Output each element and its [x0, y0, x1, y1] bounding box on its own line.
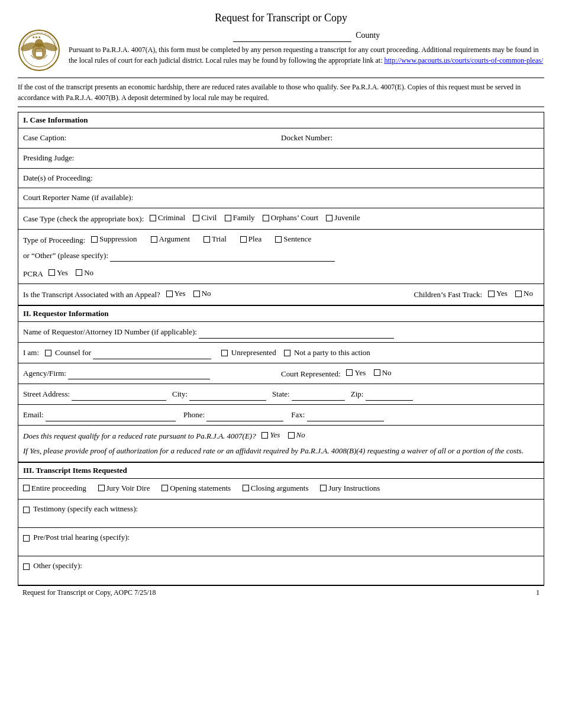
- checkbox-plea[interactable]: Plea: [240, 233, 261, 246]
- proceeding-type-label: Type of Proceeding:: [23, 236, 85, 244]
- agency-row: Agency/Firm: Court Represented: Yes No: [18, 363, 544, 385]
- checkbox-appeal-no-box[interactable]: [193, 291, 200, 297]
- other-specify2-label: Other (specify):: [33, 561, 82, 570]
- checkbox-argument[interactable]: Argument: [151, 233, 190, 246]
- checkbox-opening-statements[interactable]: Opening statements: [162, 482, 231, 495]
- checkbox-ft-no-box[interactable]: [515, 291, 522, 297]
- requestor-name-input[interactable]: [199, 326, 394, 339]
- appeal-row: Is the Transcript Associated with an App…: [18, 284, 544, 305]
- checkbox-ft-no[interactable]: No: [515, 288, 533, 300]
- checkbox-criminal[interactable]: Criminal: [150, 212, 185, 224]
- checkbox-trial[interactable]: Trial: [204, 233, 227, 246]
- court-reporter-label: Court Reporter Name (if available):: [23, 193, 133, 202]
- jury-instructions-label: Jury Instructions: [328, 482, 380, 495]
- checkbox-courtrep-yes[interactable]: Yes: [346, 367, 366, 379]
- requestor-name-label: Name of Requestor/Attorney ID Number (if…: [23, 327, 197, 336]
- checkbox-orphans-box[interactable]: [263, 215, 269, 221]
- state-input[interactable]: [292, 388, 345, 401]
- checkbox-appeal-no[interactable]: No: [193, 288, 211, 300]
- proceeding-trial: Trial: [212, 233, 227, 246]
- checkbox-courtrep-no[interactable]: No: [374, 367, 392, 379]
- case-type-row: Case Type (check the appropriate box): C…: [18, 208, 544, 230]
- header-text-block: County Pursuant to Pa.R.J.A. 4007(A), th…: [69, 29, 544, 66]
- checkbox-civil[interactable]: Civil: [193, 212, 217, 224]
- email-input[interactable]: [46, 408, 176, 421]
- checkbox-suppression[interactable]: Suppression: [91, 233, 137, 246]
- contact-row: Email: Phone: Fax:: [18, 405, 544, 426]
- checkbox-family-box[interactable]: [225, 215, 231, 221]
- checkbox-jury-voir-dire[interactable]: Jury Voir Dire: [98, 482, 150, 495]
- transcript-items-row: Entire proceeding Jury Voir Dire Opening…: [18, 479, 544, 500]
- checkbox-civil-box[interactable]: [193, 215, 199, 221]
- i-am-label: I am:: [23, 348, 39, 357]
- case-caption-field: Case Caption:: [23, 132, 281, 144]
- checkbox-testimony-box[interactable]: [23, 507, 30, 513]
- zip-input[interactable]: [366, 388, 413, 401]
- case-caption-row: Case Caption: Docket Number:: [18, 128, 544, 149]
- checkbox-pcra-yes[interactable]: Yes: [49, 267, 68, 279]
- agency-firm-input[interactable]: [68, 367, 210, 380]
- checkbox-reduced-yes-box[interactable]: [261, 432, 268, 439]
- checkbox-appeal-yes-box[interactable]: [166, 291, 173, 297]
- street-address-input[interactable]: [72, 388, 166, 401]
- jury-voir-dire-label: Jury Voir Dire: [106, 482, 150, 495]
- checkbox-ft-yes[interactable]: Yes: [488, 288, 508, 300]
- footer-left: Request for Transcript or Copy, AOPC 7/2…: [22, 588, 156, 597]
- checkbox-juvenile-box[interactable]: [326, 215, 332, 221]
- checkbox-juvenile[interactable]: Juvenile: [326, 212, 360, 224]
- checkbox-family[interactable]: Family: [225, 212, 255, 224]
- svg-text:★★★: ★★★: [32, 36, 41, 39]
- checkbox-argument-box[interactable]: [151, 236, 157, 243]
- case-type-civil: Civil: [201, 212, 217, 224]
- other-specify-input[interactable]: [110, 249, 335, 262]
- checkbox-reduced-no[interactable]: No: [288, 429, 305, 442]
- checkbox-jury-voir-box[interactable]: [98, 485, 105, 491]
- presiding-judge-row: Presiding Judge:: [18, 149, 544, 169]
- zip-label: Zip:: [351, 389, 364, 398]
- checkbox-entire-proceeding[interactable]: Entire proceeding: [23, 482, 86, 495]
- checkbox-trial-box[interactable]: [204, 236, 210, 243]
- checkbox-prepost-box[interactable]: [23, 535, 30, 542]
- checkbox-closing-box[interactable]: [243, 485, 249, 491]
- checkbox-pcra-no[interactable]: No: [76, 267, 93, 279]
- section-3-header: III. Transcript Items Requested: [18, 463, 544, 479]
- checkbox-courtrep-yes-box[interactable]: [346, 369, 353, 376]
- court-rep-yes: Yes: [354, 367, 366, 379]
- appeal-no: No: [202, 288, 211, 300]
- checkbox-ft-yes-box[interactable]: [488, 291, 495, 297]
- checkbox-jury-instructions[interactable]: Jury Instructions: [320, 482, 380, 495]
- checkbox-appeal-yes[interactable]: Yes: [166, 288, 186, 300]
- checkbox-instructions-box[interactable]: [320, 485, 327, 491]
- unrepresented-label: Unrepresented: [231, 348, 276, 357]
- checkbox-courtrep-no-box[interactable]: [374, 369, 380, 376]
- checkbox-not-party-box[interactable]: [284, 350, 290, 356]
- checkbox-reduced-yes[interactable]: Yes: [261, 429, 280, 442]
- checkbox-pcra-yes-box[interactable]: [49, 269, 55, 276]
- checkbox-sentence-box[interactable]: [275, 236, 282, 243]
- header-area: ★★★ COMMONWEALTH OF PENNSYLVANIA County …: [18, 29, 544, 72]
- checkbox-criminal-box[interactable]: [150, 215, 156, 221]
- other-specify-row: or “Other” (please specify):: [18, 248, 544, 266]
- checkbox-sentence[interactable]: Sentence: [275, 233, 311, 246]
- phone-input[interactable]: [206, 408, 283, 421]
- checkbox-unrepresented-box[interactable]: [221, 350, 228, 356]
- checkbox-counsel-box[interactable]: [45, 350, 51, 356]
- checkbox-orphans[interactable]: Orphans’ Court: [263, 212, 318, 224]
- header-link[interactable]: http://www.pacourts.us/courts/courts-of-…: [385, 56, 544, 65]
- checkbox-suppression-box[interactable]: [91, 236, 98, 243]
- pcra-yes: Yes: [57, 267, 68, 279]
- page-title: Request for Transcript or Copy: [18, 12, 544, 24]
- city-input[interactable]: [189, 388, 266, 401]
- checkbox-reduced-no-box[interactable]: [288, 432, 295, 439]
- checkbox-entire-box[interactable]: [23, 485, 30, 491]
- checkbox-pcra-no-box[interactable]: [76, 269, 82, 276]
- checkbox-plea-box[interactable]: [240, 236, 247, 243]
- appeal-field: Is the Transcript Associated with an App…: [23, 288, 281, 301]
- reduced-yes: Yes: [270, 429, 280, 442]
- fax-input[interactable]: [307, 408, 384, 421]
- checkbox-closing-arguments[interactable]: Closing arguments: [243, 482, 309, 495]
- section-case-information: I. Case Information Case Caption: Docket…: [18, 112, 544, 305]
- counsel-for-input[interactable]: [93, 346, 211, 359]
- checkbox-opening-box[interactable]: [162, 485, 168, 491]
- checkbox-other2-box[interactable]: [23, 563, 30, 570]
